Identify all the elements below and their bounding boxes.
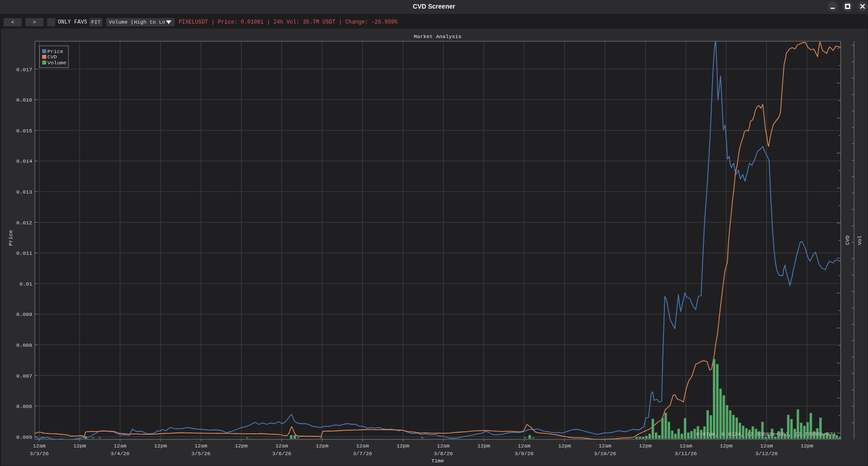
- svg-text:0.008: 0.008: [16, 342, 32, 349]
- svg-text:12pm: 12pm: [720, 443, 732, 449]
- svg-text:12am: 12am: [195, 443, 207, 449]
- svg-text:12am: 12am: [599, 443, 611, 449]
- svg-text:0.012: 0.012: [16, 220, 32, 226]
- svg-text:12am: 12am: [679, 443, 692, 449]
- svg-text:Time: Time: [431, 458, 444, 464]
- svg-text:0.013: 0.013: [16, 189, 32, 195]
- svg-text:12am: 12am: [275, 443, 288, 449]
- svg-text:12am: 12am: [356, 443, 369, 449]
- svg-text:12am: 12am: [518, 443, 531, 449]
- svg-text:0.011: 0.011: [16, 250, 32, 257]
- svg-text:CVD: CVD: [844, 235, 851, 245]
- svg-text:0.016: 0.016: [16, 97, 32, 103]
- svg-text:12pm: 12pm: [154, 443, 167, 449]
- svg-text:12am: 12am: [760, 443, 773, 449]
- svg-text:12pm: 12pm: [235, 443, 248, 449]
- svg-text:Price: Price: [8, 230, 14, 246]
- svg-text:12am: 12am: [114, 443, 127, 449]
- svg-text:3/7/26: 3/7/26: [353, 451, 372, 457]
- svg-text:0.005: 0.005: [16, 434, 32, 441]
- svg-text:Vol: Vol: [857, 235, 863, 245]
- svg-text:0.015: 0.015: [16, 128, 32, 134]
- svg-text:3/4/26: 3/4/26: [111, 451, 130, 457]
- svg-text:0.006: 0.006: [16, 403, 32, 410]
- svg-text:3/3/26: 3/3/26: [30, 451, 49, 457]
- svg-text:12pm: 12pm: [558, 443, 571, 449]
- svg-text:8:07pm, 0.0124, (2.53589e+06),: 8:07pm, 0.0124, (2.53589e+06), (2.77055e…: [696, 431, 836, 437]
- svg-text:3/6/26: 3/6/26: [272, 451, 291, 457]
- svg-text:12pm: 12pm: [639, 443, 652, 449]
- svg-text:3/10/26: 3/10/26: [594, 451, 616, 457]
- svg-text:0.009: 0.009: [16, 311, 32, 318]
- svg-text:12pm: 12pm: [478, 443, 490, 449]
- svg-text:12pm: 12pm: [73, 443, 86, 449]
- svg-text:0.01: 0.01: [20, 281, 32, 287]
- svg-text:0.017: 0.017: [16, 67, 32, 73]
- svg-text:0.014: 0.014: [16, 158, 32, 165]
- svg-text:Volume: Volume: [48, 60, 67, 66]
- svg-text:12pm: 12pm: [800, 443, 813, 449]
- svg-text:12pm: 12pm: [396, 443, 409, 449]
- svg-text:3/9/26: 3/9/26: [515, 451, 534, 457]
- svg-text:Market Analysis: Market Analysis: [414, 34, 461, 40]
- svg-text:3/5/26: 3/5/26: [191, 451, 210, 457]
- svg-text:3/12/26: 3/12/26: [756, 451, 778, 457]
- svg-text:12am: 12am: [33, 443, 46, 449]
- svg-text:12am: 12am: [437, 443, 450, 449]
- svg-text:12pm: 12pm: [316, 443, 328, 449]
- svg-text:3/8/26: 3/8/26: [434, 451, 453, 457]
- svg-text:0.007: 0.007: [16, 373, 32, 379]
- svg-text:3/11/26: 3/11/26: [675, 451, 697, 457]
